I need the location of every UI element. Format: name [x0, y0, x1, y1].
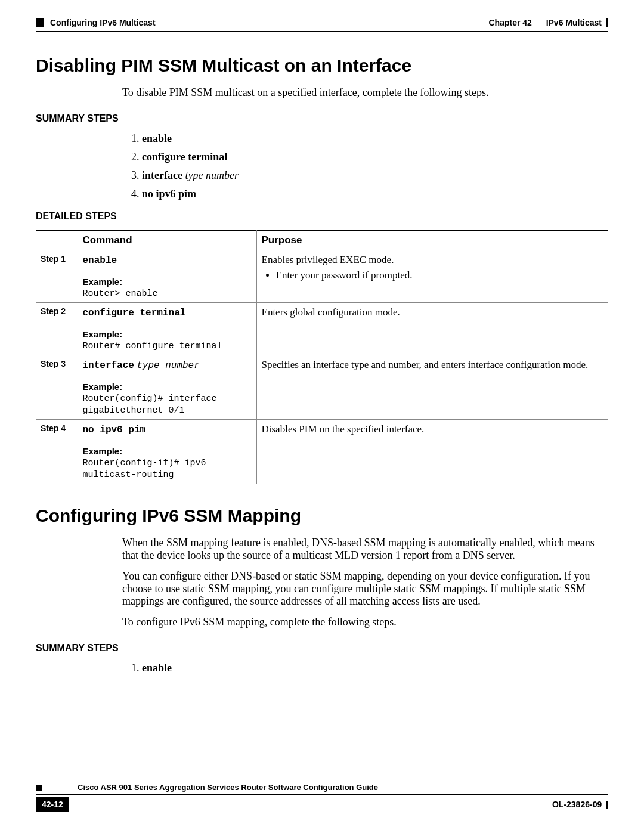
command-cell: configure terminal Example: Router# conf…	[78, 303, 256, 355]
col-command: Command	[78, 231, 256, 250]
table-row: Step 2 configure terminal Example: Route…	[36, 303, 608, 355]
footer-rule	[36, 794, 608, 795]
square-icon	[36, 18, 44, 27]
step-cell: Step 4	[36, 420, 78, 484]
guide-title: Cisco ASR 901 Series Aggregation Service…	[78, 783, 378, 792]
header-rule	[36, 31, 608, 32]
section-title: Disabling PIM SSM Multicast on an Interf…	[36, 55, 608, 76]
col-purpose: Purpose	[256, 231, 608, 250]
purpose-cell: Disables PIM on the specified interface.	[256, 420, 608, 484]
table-row: Step 4 no ipv6 pim Example: Router(confi…	[36, 420, 608, 484]
chapter-title: IPv6 Multicast	[546, 18, 602, 27]
command-cell: interface type number Example: Router(co…	[78, 355, 256, 420]
page-footer: Cisco ASR 901 Series Aggregation Service…	[36, 785, 608, 812]
page-number-badge: 42-12	[36, 797, 69, 812]
summary-steps-heading: SUMMARY STEPS	[36, 643, 608, 654]
divider-icon	[606, 18, 608, 27]
page-header: Configuring IPv6 Multicast Chapter 42 IP…	[36, 18, 608, 27]
section-title: Configuring IPv6 SSM Mapping	[36, 506, 608, 526]
step-cell: Step 1	[36, 250, 78, 303]
list-item: configure terminal	[142, 151, 608, 163]
detailed-steps-table: Command Purpose Step 1 enable Example: R…	[36, 230, 608, 484]
summary-steps-list: enable configure terminal interface type…	[142, 132, 608, 200]
list-item: enable	[142, 132, 608, 145]
chapter-label: Chapter 42	[488, 18, 531, 27]
detailed-steps-heading: DETAILED STEPS	[36, 211, 608, 222]
square-icon	[36, 785, 42, 791]
purpose-cell: Enables privileged EXEC mode. Enter your…	[256, 250, 608, 303]
list-item: Enter your password if prompted.	[276, 270, 604, 281]
section-marker: Configuring IPv6 Multicast	[50, 18, 156, 27]
body-paragraph: To configure IPv6 SSM mapping, complete …	[122, 616, 608, 628]
purpose-cell: Enters global configuration mode.	[256, 303, 608, 355]
table-row: Step 1 enable Example: Router> enable En…	[36, 250, 608, 303]
body-paragraph: You can configure either DNS-based or st…	[122, 570, 608, 608]
body-paragraph: When the SSM mapping feature is enabled,…	[122, 537, 608, 562]
table-row: Step 3 interface type number Example: Ro…	[36, 355, 608, 420]
list-item: enable	[142, 662, 608, 674]
list-item: interface type number	[142, 169, 608, 182]
command-cell: enable Example: Router> enable	[78, 250, 256, 303]
divider-icon	[606, 801, 608, 809]
summary-steps-list: enable	[142, 662, 608, 674]
command-cell: no ipv6 pim Example: Router(config-if)# …	[78, 420, 256, 484]
step-cell: Step 3	[36, 355, 78, 420]
list-item: no ipv6 pim	[142, 188, 608, 200]
col-step	[36, 231, 78, 250]
summary-steps-heading: SUMMARY STEPS	[36, 113, 608, 124]
step-cell: Step 2	[36, 303, 78, 355]
doc-id: OL-23826-09	[552, 800, 602, 809]
purpose-cell: Specifies an interface type and number, …	[256, 355, 608, 420]
section-intro: To disable PIM SSM multicast on a specif…	[122, 86, 608, 99]
